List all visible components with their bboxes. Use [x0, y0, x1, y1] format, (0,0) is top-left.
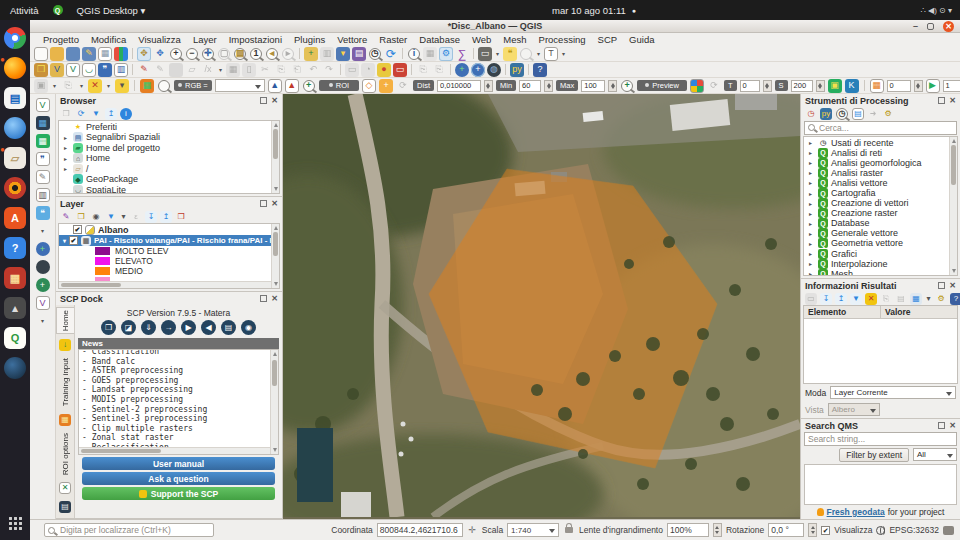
zoom-last-icon[interactable]: ◂	[266, 48, 278, 60]
locator[interactable]	[44, 523, 214, 537]
scale-combo[interactable]: 1:740	[507, 523, 559, 537]
edit-model-icon[interactable]: ➜	[867, 108, 879, 120]
max-field[interactable]: 100	[581, 80, 605, 92]
options-wrench-icon[interactable]: ⚙	[882, 108, 894, 120]
layout-manager-icon[interactable]: ▦	[98, 47, 112, 61]
vertex-tool-icon[interactable]: /x	[201, 63, 215, 77]
scp-back-icon[interactable]: ◀	[201, 320, 216, 335]
scp-run1-icon[interactable]: ▶	[926, 79, 940, 93]
attribute-table-icon[interactable]: ▦	[423, 47, 437, 61]
user-manual-button[interactable]: User manual	[82, 457, 275, 470]
clear-results-icon[interactable]: ✕	[865, 293, 877, 305]
menu-item[interactable]: Mesh	[498, 34, 531, 45]
separator[interactable]	[132, 48, 133, 59]
coordinate-extents-icon[interactable]: ✛	[467, 525, 478, 536]
results-help-icon[interactable]: ?	[950, 293, 960, 305]
show-bookmarks-icon[interactable]: ▤	[352, 47, 366, 61]
separator[interactable]	[450, 64, 451, 75]
processing-item[interactable]: ▸ Q Analisi vettore	[804, 177, 957, 187]
scp-copy-icon[interactable]: ⎘	[61, 79, 75, 93]
label-options-icon[interactable]: ▭	[345, 63, 359, 77]
new-shapefile-strip-icon[interactable]: V	[36, 98, 50, 112]
filter-legend-icon[interactable]: ▼	[105, 211, 117, 223]
snapshot-icon[interactable]: ▦	[910, 293, 922, 305]
manage-plugins-icon[interactable]: +	[455, 63, 469, 77]
roi-polygon-icon[interactable]: ◇	[362, 79, 376, 93]
scp-spectral-blue-icon[interactable]: ▲	[268, 79, 282, 93]
save-temp-roi-icon[interactable]: ▣	[828, 79, 842, 93]
scp-bandset-icon[interactable]: ❒	[101, 320, 116, 335]
refresh-browser-icon[interactable]: ⟳	[75, 108, 87, 120]
scp-tab[interactable]: ✕	[56, 480, 74, 496]
manage-visibility-icon[interactable]: ◉	[90, 211, 102, 223]
scp-plugin-icon[interactable]: +	[471, 63, 485, 77]
browser-item[interactable]: ◆ GeoPackage	[59, 174, 279, 185]
osgeo-icon[interactable]: ◍	[487, 63, 501, 77]
expand-tree-icon[interactable]: ↧	[820, 293, 832, 305]
bubbles-caret[interactable]: ▾	[39, 224, 46, 238]
activities-button[interactable]: Attività	[10, 5, 39, 16]
browser-item[interactable]: ▸ ▰ Home del progetto	[59, 142, 279, 153]
python-model-icon[interactable]: py	[820, 108, 832, 120]
temporal-controller-icon[interactable]: ◷	[369, 48, 381, 60]
vector-tiles-icon[interactable]: ▦	[36, 134, 50, 148]
rotation-field[interactable]: 0,0 °	[768, 523, 804, 537]
open-layer-styling-icon[interactable]: ✎	[60, 211, 72, 223]
browser-scrollbar[interactable]	[271, 121, 279, 193]
copy-features-icon[interactable]: ⎘	[274, 63, 288, 77]
add-group-icon[interactable]: ❒	[75, 211, 87, 223]
new-project-icon[interactable]	[34, 47, 48, 61]
scp-tab[interactable]: ▦	[56, 412, 74, 428]
filter-by-extent-button[interactable]: Filter by extent	[839, 448, 909, 462]
remove-layer-icon[interactable]: ❒	[175, 211, 187, 223]
roi-redo-icon[interactable]: ⟳	[396, 79, 410, 93]
browser-item[interactable]: ▸ ▱ /	[59, 163, 279, 174]
zoom-next-icon[interactable]: ▸	[282, 48, 294, 60]
nominatim-search-icon[interactable]	[520, 48, 532, 60]
new-virtual-layer-icon[interactable]: ▥	[114, 63, 128, 77]
float-panel-icon[interactable]	[260, 97, 267, 104]
kml-export-icon[interactable]: K	[845, 79, 859, 93]
add-vector-layer-icon[interactable]: V	[50, 63, 64, 77]
dock-view-icon[interactable]: ▥	[320, 47, 334, 61]
scp-remove-caret[interactable]: ▾	[105, 79, 112, 93]
close-button[interactable]: ✕	[943, 21, 954, 32]
collapse-tree-icon[interactable]: ↥	[835, 293, 847, 305]
float-panel-icon[interactable]	[938, 282, 945, 289]
save-edits-icon[interactable]	[169, 63, 183, 77]
identify-features-icon[interactable]: i	[408, 48, 420, 60]
separator[interactable]	[340, 64, 341, 75]
scp-download-products-icon[interactable]: ⇓	[141, 320, 156, 335]
open-project-icon[interactable]	[50, 47, 64, 61]
processing-item[interactable]: ▸ Q Interpolazione	[804, 258, 957, 268]
scp-tab[interactable]: ↓	[56, 337, 74, 353]
redo-icon[interactable]: ↷	[322, 63, 336, 77]
layers-scrollbar[interactable]	[271, 224, 279, 288]
menu-item[interactable]: Progetto	[38, 34, 84, 45]
layers-hscrollbar[interactable]	[59, 281, 271, 288]
qms-search-input[interactable]	[804, 432, 957, 446]
annotation-pen-icon[interactable]: ✎	[36, 170, 50, 184]
column-elemento[interactable]: Elemento	[804, 306, 881, 318]
toggle-editing-icon[interactable]: ✎	[153, 63, 167, 77]
menu-item[interactable]: Processing	[534, 34, 591, 45]
pin-labels-icon[interactable]: ●	[377, 63, 391, 77]
layer-row-pai[interactable]: ▾ ▦ PAI - Rischio valanga/PAI - Rischio …	[59, 235, 279, 246]
processing-scrollbar[interactable]	[949, 137, 957, 275]
wfs-globe-icon[interactable]: +	[36, 278, 50, 292]
close-panel-icon[interactable]	[271, 200, 278, 207]
magnifier-field[interactable]: 100%	[667, 523, 709, 537]
zoom-to-selection-icon[interactable]: ▢	[218, 48, 230, 60]
separator[interactable]	[473, 48, 474, 59]
map-canvas[interactable]	[283, 94, 800, 519]
scp-run-icon[interactable]: ▶	[181, 320, 196, 335]
identify-settings-icon[interactable]: ⚙	[935, 293, 947, 305]
menu-item[interactable]: Raster	[374, 34, 412, 45]
dist-field[interactable]: 0,010000	[437, 80, 481, 92]
statistics-icon[interactable]: ∑	[455, 47, 469, 61]
vista-combo[interactable]: Albero	[828, 403, 880, 416]
measure-icon[interactable]: ▭	[478, 47, 492, 61]
browser-item[interactable]: ◡ SpatiaLite	[59, 184, 279, 194]
s-field[interactable]: 200	[791, 80, 813, 92]
separator[interactable]	[402, 48, 403, 59]
